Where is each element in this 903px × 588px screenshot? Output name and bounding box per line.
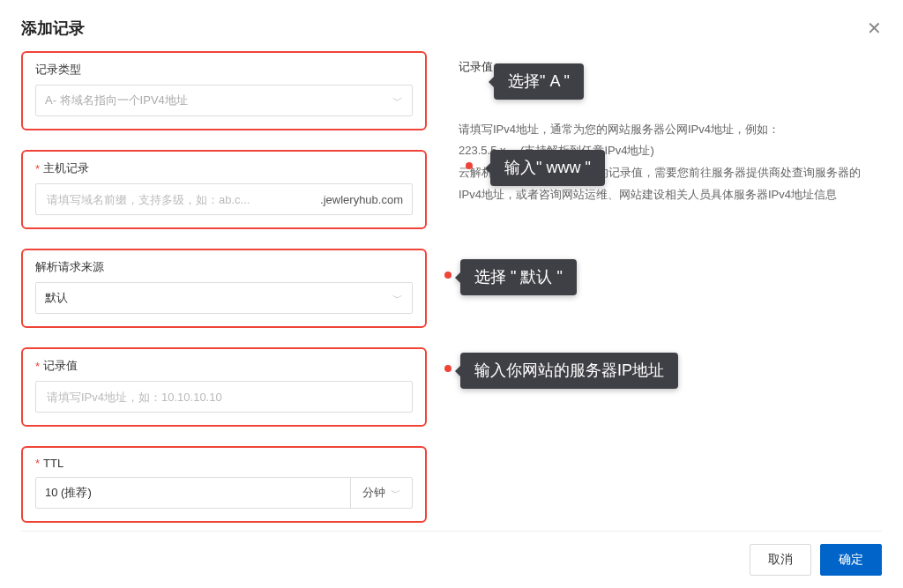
field-record-type: 记录类型 A- 将域名指向一个IPV4地址 ﹀ xyxy=(21,51,427,130)
select-source[interactable]: 默认 ﹀ xyxy=(35,282,413,314)
help-line1: 请填写IPv4地址，通常为您的网站服务器公网IPv4地址，例如： xyxy=(459,119,882,141)
field-source: 解析请求来源 默认 ﹀ xyxy=(21,249,427,328)
label-host: * 主机记录 xyxy=(35,160,413,176)
input-ttl[interactable]: 10 (推荐) xyxy=(36,485,350,501)
cancel-button[interactable]: 取消 xyxy=(750,544,811,576)
annotation-select-default: 选择 " 默认 " xyxy=(460,259,577,295)
close-icon[interactable]: ✕ xyxy=(867,19,882,37)
confirm-button[interactable]: 确定 xyxy=(820,544,882,576)
input-value-wrapper xyxy=(35,381,413,413)
select-record-type[interactable]: A- 将域名指向一个IPV4地址 ﹀ xyxy=(35,85,413,116)
label-source: 解析请求来源 xyxy=(35,259,413,275)
chevron-down-icon: ﹀ xyxy=(392,291,403,306)
input-host[interactable] xyxy=(45,192,315,207)
required-star: * xyxy=(35,457,40,470)
select-record-type-value: A- 将域名指向一个IPV4地址 xyxy=(45,93,188,108)
select-ttl-unit[interactable]: 分钟 ﹀ xyxy=(350,478,412,508)
label-record-type: 记录类型 xyxy=(35,62,413,78)
annotation-dot xyxy=(466,162,473,169)
select-source-value: 默认 xyxy=(45,290,68,306)
annotation-input-www: 输入" www " xyxy=(490,150,605,186)
page-title: 添加记录 xyxy=(21,18,85,39)
host-suffix: .jewleryhub.com xyxy=(315,193,403,206)
chevron-down-icon: ﹀ xyxy=(391,486,401,501)
required-star: * xyxy=(35,360,40,373)
annotation-select-a: 选择" A " xyxy=(494,63,584,100)
field-value: * 记录值 xyxy=(21,347,427,427)
label-ttl: * TTL xyxy=(35,457,413,470)
label-value: * 记录值 xyxy=(35,358,413,374)
help-panel: 记录值 请填写IPv4地址，通常为您的网站服务器公网IPv4地址，例如： 223… xyxy=(427,51,882,542)
input-host-wrapper: .jewleryhub.com xyxy=(35,183,413,215)
field-ttl: * TTL 10 (推荐) 分钟 ﹀ xyxy=(21,446,427,523)
field-host: * 主机记录 .jewleryhub.com xyxy=(21,150,427,229)
chevron-down-icon: ﹀ xyxy=(392,93,403,108)
footer-divider xyxy=(21,531,882,532)
required-star: * xyxy=(35,162,40,175)
input-value[interactable] xyxy=(45,390,403,405)
annotation-input-ip: 输入你网站的服务器IP地址 xyxy=(460,353,678,389)
